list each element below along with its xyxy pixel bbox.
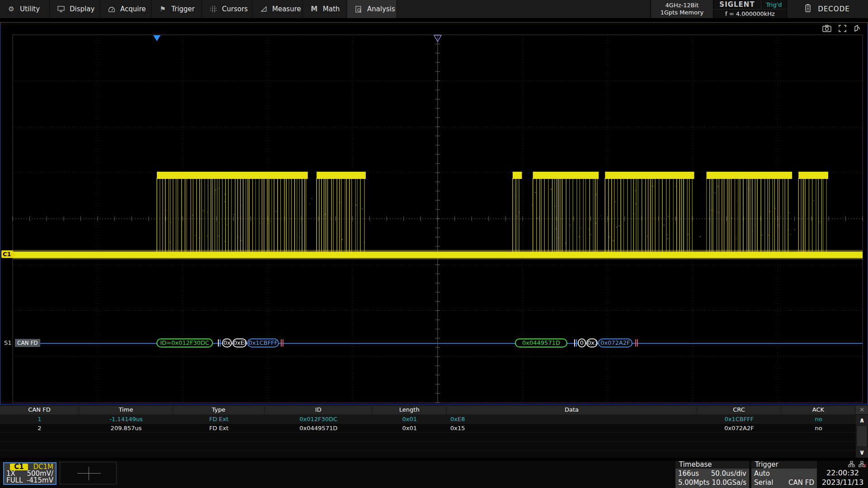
close-icon[interactable]: × bbox=[856, 405, 868, 415]
gauge-icon bbox=[108, 5, 116, 13]
timebase-panel[interactable]: Timebase 166us 50.0us/div 5.00Mpts 10.0G… bbox=[675, 461, 749, 488]
table-row-empty bbox=[0, 433, 856, 442]
menu-acquire[interactable]: Acquire bbox=[100, 0, 151, 18]
table-row[interactable]: 1 -1.14149us FD Ext 0x012F30DC 0x01 0xE8… bbox=[0, 415, 856, 424]
clock-block: ✕ 22:00:32 2023/11/13 bbox=[819, 461, 866, 488]
bus-protocol-badge[interactable]: CAN FD bbox=[15, 339, 40, 347]
menu-display-label: Display bbox=[70, 5, 94, 13]
plus-icon bbox=[77, 473, 101, 474]
table-scrollbar: × ∧ ∨ bbox=[856, 405, 868, 458]
display-corner-toolbar bbox=[822, 25, 860, 32]
decode-frame1-stuff-bar bbox=[218, 339, 219, 347]
trigger-frequency: f = 4.000000kHz bbox=[725, 10, 775, 17]
page-flip-icon[interactable] bbox=[854, 25, 860, 32]
network-error-icon[interactable]: ✕ bbox=[859, 461, 865, 467]
decode-frame1-data: 0xE8 bbox=[232, 338, 247, 347]
channel1-offset: -415mV bbox=[27, 477, 53, 484]
col-header-length: Length bbox=[373, 405, 447, 414]
bottom-bar: C1 DC1M 1X 500mV/ FULL -415mV Timebase 1… bbox=[0, 461, 868, 488]
menu-measure-label: Measure bbox=[272, 5, 301, 13]
system-time: 22:00:32 bbox=[819, 468, 866, 478]
plus-icon bbox=[89, 467, 89, 480]
timebase-delay: 166us bbox=[678, 469, 699, 478]
timebase-points: 5.00Mpts bbox=[678, 479, 710, 487]
col-header-canfd: CAN FD bbox=[0, 405, 79, 414]
trigger-title: Trigger bbox=[751, 461, 817, 469]
menu-cursors[interactable]: Cursors bbox=[202, 0, 252, 18]
channel1-bandwidth: FULL bbox=[6, 477, 23, 484]
magnifier-doc-icon bbox=[354, 5, 363, 13]
channel-position-marker[interactable]: C1 bbox=[1, 250, 13, 258]
bus-label: S1 bbox=[4, 339, 12, 346]
list-icon bbox=[805, 4, 811, 14]
decode-label: DECODE bbox=[818, 5, 849, 13]
menu-display[interactable]: Display bbox=[50, 0, 100, 18]
math-m-icon: M bbox=[310, 5, 318, 13]
table-row-empty bbox=[0, 442, 856, 451]
ruler-triangle-icon bbox=[259, 5, 268, 13]
menu-trigger[interactable]: ⚑ Trigger bbox=[151, 0, 202, 18]
menu-bar: ⚙ Utility Display Acquire ⚑ Trigger Curs… bbox=[0, 0, 868, 18]
scroll-down-button[interactable]: ∨ bbox=[856, 447, 868, 458]
flag-icon: ⚑ bbox=[159, 5, 167, 13]
memory-label: 1Gpts Memory bbox=[660, 9, 703, 16]
menu-math[interactable]: M Math bbox=[303, 0, 347, 18]
decode-menu-button[interactable]: DECODE bbox=[787, 0, 868, 18]
brand-trigger-info: SIGLENT Trig'd f = 4.000000kHz bbox=[713, 0, 787, 18]
brand-logo: SIGLENT bbox=[713, 0, 761, 9]
table-row[interactable]: 2 209.857us FD Ext 0x0449571D 0x01 0x15 … bbox=[0, 424, 856, 433]
col-header-type: Type bbox=[173, 405, 264, 414]
col-header-id: ID bbox=[264, 405, 373, 414]
scope-display: C1 S1 CAN FD ID=0x012F30DC 0x 0xE8 0x1CB… bbox=[0, 22, 868, 404]
acquisition-info: 4GHz-12Bit 1Gpts Memory bbox=[651, 0, 713, 18]
trigger-type: Serial bbox=[754, 479, 773, 487]
decode-frame1-id: ID=0x012F30DC bbox=[156, 338, 213, 347]
decode-frame2-dlc: 0 bbox=[578, 338, 586, 347]
decode-frame2-stuff-bar bbox=[576, 339, 577, 347]
menu-trigger-label: Trigger bbox=[171, 5, 195, 13]
decode-frame1-end-marker bbox=[281, 339, 282, 347]
bandwidth-label: 4GHz-12Bit bbox=[665, 2, 699, 9]
col-header-data: Data bbox=[447, 405, 697, 414]
decode-frame2-data: 0x1 bbox=[586, 338, 598, 347]
system-date: 2023/11/13 bbox=[819, 478, 866, 487]
decode-frame2-end-marker bbox=[635, 339, 636, 347]
decode-frame2-stuff-bar bbox=[574, 339, 575, 347]
timebase-title: Timebase bbox=[675, 461, 749, 469]
decode-table: CAN FD Time Type ID Length Data CRC ACK … bbox=[0, 405, 868, 458]
timebase-scale: 50.0us/div bbox=[711, 469, 746, 478]
decode-frame1-stuff-bar bbox=[220, 339, 221, 347]
menu-utility[interactable]: ⚙ Utility bbox=[0, 0, 50, 18]
decode-table-header: CAN FD Time Type ID Length Data CRC ACK bbox=[0, 405, 856, 415]
menu-utility-label: Utility bbox=[20, 5, 40, 13]
trigger-panel[interactable]: Trigger Auto Serial CAN FD bbox=[751, 461, 817, 488]
menu-measure[interactable]: Measure bbox=[252, 0, 303, 18]
decode-frame1-end-marker bbox=[283, 339, 283, 347]
menu-acquire-label: Acquire bbox=[120, 5, 146, 13]
monitor-icon bbox=[57, 5, 65, 13]
trigger-protocol: CAN FD bbox=[788, 479, 814, 487]
menu-math-label: Math bbox=[323, 5, 340, 13]
decode-frame1-dlc: 0x bbox=[222, 338, 232, 347]
fullscreen-icon[interactable] bbox=[839, 25, 846, 32]
menu-analysis-label: Analysis bbox=[367, 5, 395, 13]
timebase-samplerate: 10.0GSa/s bbox=[712, 479, 746, 487]
decode-frame1-crc: 0x1CBFFF bbox=[247, 338, 279, 347]
network-icon[interactable] bbox=[848, 461, 855, 467]
trigger-mode: Auto bbox=[754, 469, 770, 478]
camera-icon[interactable] bbox=[822, 25, 831, 32]
decode-frame2-id: 0x0449571D bbox=[515, 338, 567, 347]
col-header-crc: CRC bbox=[697, 405, 781, 414]
decode-frame2-crc: 0x072A2F bbox=[598, 338, 632, 347]
col-header-ack: ACK bbox=[781, 405, 856, 414]
scrollbar-track[interactable] bbox=[857, 426, 867, 446]
col-header-time: Time bbox=[79, 405, 173, 414]
trigger-status-badge: Trig'd bbox=[761, 0, 787, 9]
menu-analysis[interactable]: Analysis bbox=[347, 0, 397, 18]
channel1-descriptor-box[interactable]: C1 DC1M 1X 500mV/ FULL -415mV bbox=[3, 462, 57, 485]
add-channel-slot[interactable] bbox=[60, 462, 117, 484]
gear-icon: ⚙ bbox=[7, 5, 15, 13]
scroll-up-button[interactable]: ∧ bbox=[856, 415, 868, 426]
menu-cursors-label: Cursors bbox=[222, 5, 248, 13]
graticule-waveform bbox=[0, 23, 868, 404]
